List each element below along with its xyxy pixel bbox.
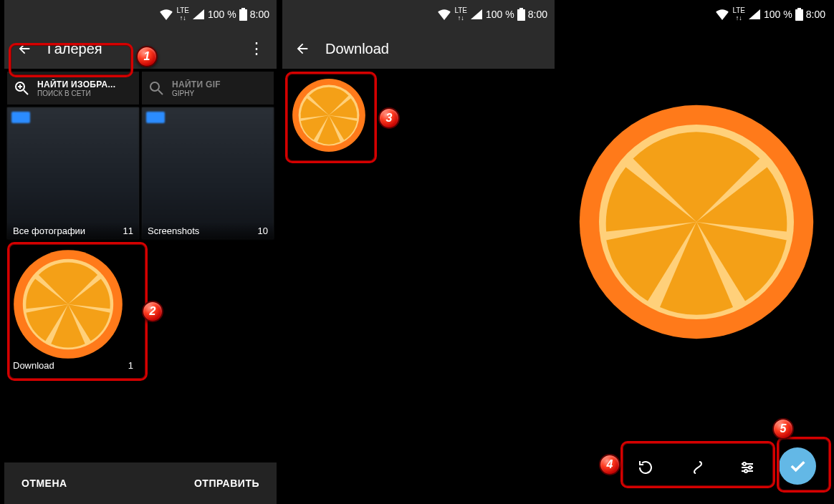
svg-point-16 <box>749 466 752 469</box>
signal-icon <box>748 9 761 20</box>
album-screenshots[interactable]: Screenshots 10 <box>142 107 274 239</box>
cancel-button[interactable]: ОТМЕНА <box>21 478 67 489</box>
orange-image-icon <box>575 100 818 344</box>
album-name: Download <box>13 360 54 371</box>
search-gif-subtitle: GIPHY <box>172 89 221 97</box>
album-count: 1 <box>128 360 133 371</box>
app-bar: Download <box>282 29 555 69</box>
clock: 8:00 <box>806 9 825 20</box>
image-grid <box>282 69 555 162</box>
search-images-tile[interactable]: НАЙТИ ИЗОБРА... ПОИСК В СЕТИ <box>7 72 139 105</box>
network-type: LTE↑↓ <box>176 7 189 21</box>
search-gif-tile[interactable]: НАЙТИ GIF GIPHY <box>142 72 274 105</box>
status-bar: LTE↑↓ 100 % 8:00 <box>4 0 277 29</box>
album-name: Все фотографии <box>13 226 85 236</box>
search-image-icon <box>13 79 30 97</box>
overflow-menu-icon[interactable]: ⋮ <box>242 34 271 63</box>
svg-point-4 <box>150 82 159 91</box>
battery-icon <box>517 8 525 21</box>
image-thumbnail[interactable] <box>287 73 371 158</box>
page-title: Галерея <box>47 41 242 57</box>
search-images-subtitle: ПОИСК В СЕТИ <box>37 89 115 97</box>
editor-toolbar <box>620 447 772 488</box>
back-button[interactable] <box>288 34 317 63</box>
wifi-icon <box>437 9 451 20</box>
filters-button[interactable] <box>739 459 756 476</box>
status-bar: LTE↑↓ 100 % 8:00 <box>282 0 555 29</box>
signal-icon <box>192 9 205 20</box>
image-preview[interactable] <box>575 100 818 344</box>
album-download[interactable]: Download 1 <box>7 242 139 374</box>
clock: 8:00 <box>528 9 547 20</box>
draw-button[interactable] <box>688 459 705 476</box>
search-gif-icon <box>148 79 165 97</box>
screen-editor: LTE↑↓ 100 % 8:00 <box>560 0 833 504</box>
search-images-title: НАЙТИ ИЗОБРА... <box>37 79 115 89</box>
gallery-grid: НАЙТИ ИЗОБРА... ПОИСК В СЕТИ НАЙТИ GIF G… <box>4 69 277 377</box>
svg-line-1 <box>24 90 28 94</box>
page-title: Download <box>325 41 549 57</box>
clock: 8:00 <box>250 9 269 20</box>
network-type: LTE↑↓ <box>732 7 745 21</box>
album-count: 11 <box>123 226 133 236</box>
svg-point-17 <box>744 470 747 472</box>
svg-point-15 <box>743 462 746 465</box>
screen-folder: LTE↑↓ 100 % 8:00 Download <box>282 0 555 504</box>
rotate-button[interactable] <box>637 459 654 476</box>
bottom-action-bar: ОТМЕНА ОТПРАВИТЬ <box>4 462 277 504</box>
signal-icon <box>470 9 483 20</box>
back-button[interactable] <box>10 34 39 63</box>
battery-percent: 100 % <box>764 9 792 20</box>
confirm-button[interactable] <box>772 441 823 491</box>
battery-percent: 100 % <box>486 9 514 20</box>
search-gif-title: НАЙТИ GIF <box>172 79 221 89</box>
battery-icon <box>239 8 247 21</box>
svg-line-5 <box>158 90 163 94</box>
send-button[interactable]: ОТПРАВИТЬ <box>194 478 259 489</box>
screen-gallery: LTE↑↓ 100 % 8:00 Галерея ⋮ НАЙТИ ИЗОБРА.… <box>4 0 277 504</box>
album-all-photos[interactable]: Все фотографии 11 <box>7 107 139 239</box>
battery-percent: 100 % <box>208 9 236 20</box>
battery-icon <box>795 8 803 21</box>
wifi-icon <box>715 9 729 20</box>
orange-image-icon <box>11 248 125 361</box>
album-name: Screenshots <box>148 226 199 236</box>
wifi-icon <box>159 9 173 20</box>
orange-image-icon <box>291 77 367 153</box>
album-count: 10 <box>258 226 268 236</box>
status-bar: LTE↑↓ 100 % 8:00 <box>560 0 833 29</box>
app-bar: Галерея ⋮ <box>4 29 277 69</box>
network-type: LTE↑↓ <box>454 7 467 21</box>
check-icon <box>787 456 807 476</box>
